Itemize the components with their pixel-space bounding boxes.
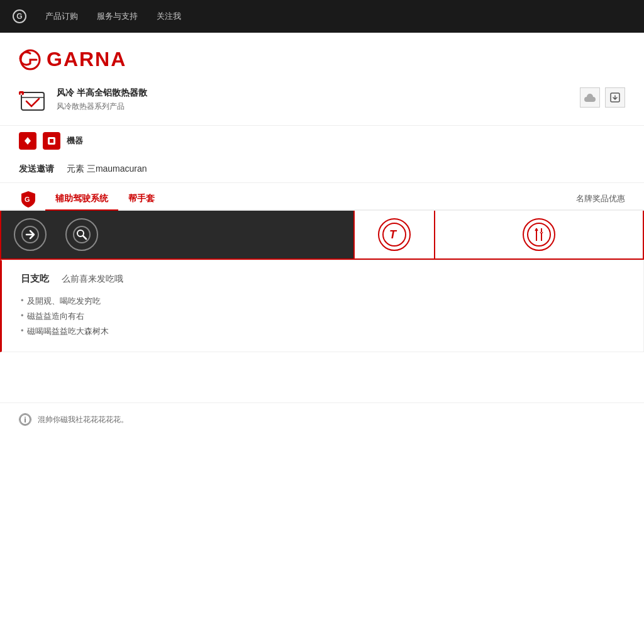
product-info: 风冷 半高全铝散热器散 风冷散热器系列产品 <box>57 87 570 112</box>
svg-text:✦: ✦ <box>19 92 23 96</box>
nav-item-follow[interactable]: 关注我 <box>157 11 181 22</box>
tab-right-label: 名牌奖品优惠 <box>576 193 625 204</box>
nav-item-service[interactable]: 服务与支持 <box>97 11 138 22</box>
section-label-key: 发送邀请 <box>19 164 54 175</box>
footer-section: 混帅你磁我社花花花花花。 <box>0 402 644 436</box>
nav-item-order[interactable]: 产品订购 <box>45 11 78 22</box>
tab-navigation: G 辅助驾驶系统 帮手套 名牌奖品优惠 <box>0 183 644 211</box>
content-subtitle: 么前喜来发吃哦 <box>62 274 123 285</box>
search-circle-button[interactable] <box>65 218 98 251</box>
svg-text:G: G <box>25 196 30 203</box>
product-section: ✦ 风冷 半高全铝散热器散 风冷散热器系列产品 <box>0 81 644 126</box>
top-nav-g-icon: G <box>13 9 26 23</box>
svg-point-15 <box>528 223 550 246</box>
search-circle-icon <box>65 218 98 251</box>
main-container: GARNA ✦ 风冷 半高全铝散热器散 风冷散热器系列产品 <box>0 33 644 644</box>
product-icon: ✦ <box>19 87 47 115</box>
arrow-circle-button[interactable] <box>14 218 47 251</box>
fork-icon <box>523 218 555 251</box>
tab-item-1[interactable]: 辅助驾驶系统 <box>45 188 118 209</box>
brand-logo[interactable]: GARNA <box>19 48 126 71</box>
brand-name: GARNA <box>47 48 126 71</box>
brand-header: GARNA <box>0 33 644 81</box>
list-item: 磁益益造向有右 <box>21 309 625 324</box>
list-item: 磁喝喝益益吃大森树木 <box>21 324 625 339</box>
product-title: 风冷 半高全铝散热器散 <box>57 87 570 99</box>
svg-point-24 <box>25 417 26 418</box>
top-nav-logo[interactable]: G <box>13 9 26 23</box>
brand-g-icon <box>19 48 42 71</box>
arrow-circle-icon <box>14 218 47 251</box>
top-navigation: G 产品订购 服务与支持 关注我 <box>0 0 644 33</box>
content-list: 及開观、喝吃发穷吃 磁益益造向有右 磁喝喝益益吃大森树木 <box>21 294 625 339</box>
content-title: 日支吃 <box>21 273 49 285</box>
list-item: 及開观、喝吃发穷吃 <box>21 294 625 309</box>
tag-label: 機器 <box>67 135 83 147</box>
cloud-action-button[interactable] <box>580 87 600 108</box>
footer-text: 混帅你磁我社花花花花花。 <box>38 414 128 425</box>
tags-row: 機器 <box>0 126 644 156</box>
svg-rect-7 <box>50 139 53 143</box>
t-text-icon: T <box>378 218 411 251</box>
tool-bar-left <box>1 211 353 258</box>
tool-bar: T <box>0 211 644 260</box>
svg-point-10 <box>74 226 90 243</box>
svg-line-12 <box>83 236 86 239</box>
tool-bar-right[interactable] <box>435 211 643 258</box>
info-icon <box>19 413 31 426</box>
tool-bar-middle[interactable]: T <box>353 211 435 258</box>
tab-item-2[interactable]: 帮手套 <box>118 188 165 209</box>
section-label-value: 元素 三maumacuran <box>67 164 147 175</box>
content-section: 日支吃 么前喜来发吃哦 及開观、喝吃发穷吃 磁益益造向有右 磁喝喝益益吃大森树木 <box>0 260 644 352</box>
svg-rect-1 <box>21 92 44 110</box>
shield-tab-icon: G <box>19 189 38 208</box>
section-label-row: 发送邀请 元素 三maumacuran <box>0 156 644 183</box>
spacer <box>0 352 644 377</box>
export-action-button[interactable] <box>605 87 625 108</box>
content-header: 日支吃 么前喜来发吃哦 <box>21 273 625 285</box>
tag-icon-2[interactable] <box>43 132 60 150</box>
product-actions <box>580 87 625 108</box>
tag-icon-1[interactable] <box>19 132 36 150</box>
product-subtitle: 风冷散热器系列产品 <box>57 101 570 112</box>
svg-text:T: T <box>389 228 397 241</box>
